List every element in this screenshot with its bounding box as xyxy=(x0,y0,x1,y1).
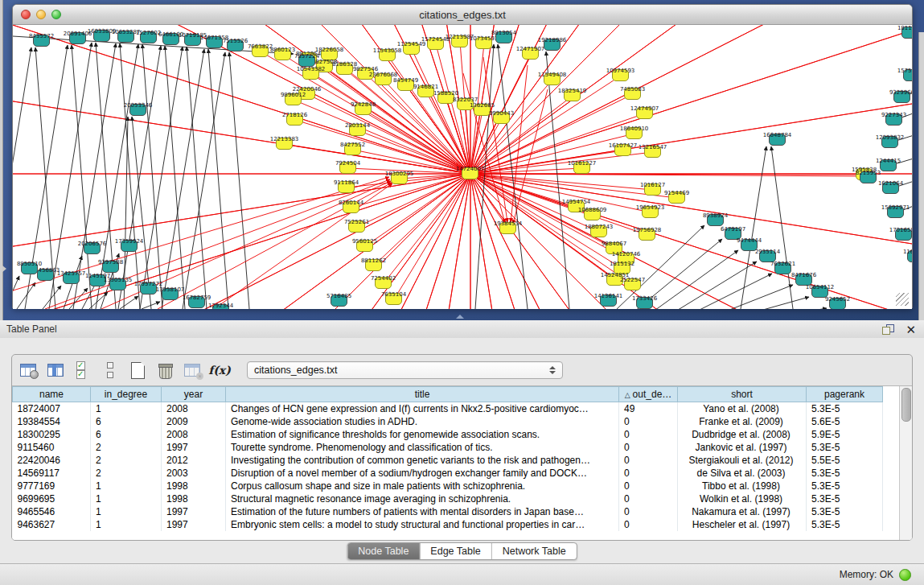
graph-node[interactable]: 1811304 xyxy=(901,27,912,39)
table-cell[interactable]: 0 xyxy=(619,467,678,480)
graph-node[interactable]: 2522547 xyxy=(624,278,641,290)
table-cell[interactable]: 2009 xyxy=(162,415,226,428)
graph-node[interactable]: 17016504 xyxy=(895,229,912,241)
graph-node[interactable]: 8811262 xyxy=(365,259,382,271)
split-pane-handle[interactable] xyxy=(456,315,464,319)
table-cell[interactable]: 1 xyxy=(91,518,162,531)
network-window-titlebar[interactable]: citations_edges.txt xyxy=(13,5,912,25)
graph-node[interactable]: 8260144 xyxy=(343,201,359,213)
table-cell[interactable]: Franke et al. (2009) xyxy=(678,415,807,428)
graph-node[interactable]: 10719185 xyxy=(184,34,201,46)
table-cell[interactable]: Tibbo et al. (1998) xyxy=(678,480,807,492)
table-cell[interactable]: 5.3E-5 xyxy=(807,467,883,480)
graph-node[interactable]: 9329966 xyxy=(893,91,910,103)
table-cell[interactable]: 1 xyxy=(91,480,162,492)
graph-node[interactable]: 7525261 xyxy=(348,220,365,233)
graph-node[interactable]: 18640910 xyxy=(626,127,643,139)
table-cell[interactable]: 5.5E-5 xyxy=(807,454,883,467)
table-cell[interactable]: Embryonic stem cells: a model to study s… xyxy=(226,518,619,531)
table-cell[interactable]: Genome-wide association studies in ADHD. xyxy=(226,415,619,428)
graph-node[interactable]: 9111864 xyxy=(338,181,355,193)
graph-node[interactable]: 9154469 xyxy=(668,192,685,204)
table-cell[interactable]: 2012 xyxy=(162,454,226,467)
graph-node[interactable]: 23676068 xyxy=(375,73,392,85)
column-header-name[interactable]: name xyxy=(13,387,91,402)
table-cell[interactable]: 0 xyxy=(619,492,678,505)
graph-node[interactable]: 16107427 xyxy=(614,144,631,156)
graph-node[interactable]: 1362685 xyxy=(474,104,491,116)
column-header-in-degree[interactable]: in_degree xyxy=(91,387,162,402)
network-window[interactable]: citations_edges.txt 14724007183002951938… xyxy=(12,4,913,308)
graph-node[interactable]: 10653287 xyxy=(117,31,134,43)
table-cell[interactable]: 5.9E-5 xyxy=(807,428,883,441)
graph-node[interactable]: 9397588 xyxy=(102,261,119,273)
table-cell[interactable]: 14569117 xyxy=(13,467,91,480)
table-cell[interactable]: 5.3E-5 xyxy=(807,402,883,416)
table-cell[interactable]: 9699695 xyxy=(13,492,91,505)
graph-node[interactable]: 1527602 xyxy=(140,31,157,43)
graph-node[interactable]: 12474907 xyxy=(636,107,653,119)
graph-node[interactable]: 12213987 xyxy=(451,35,468,47)
table-cell[interactable]: 2003 xyxy=(162,467,226,480)
column-header-out-degree[interactable]: △out_de… xyxy=(619,387,678,402)
table-cell[interactable]: 1998 xyxy=(162,492,226,505)
table-cell[interactable]: 6 xyxy=(91,428,162,441)
table-cell[interactable]: 2 xyxy=(91,454,162,467)
table-cell[interactable]: 1997 xyxy=(162,505,226,518)
table-cell[interactable]: 2 xyxy=(91,467,162,480)
table-cell[interactable]: Corpus callosum shape and size in male p… xyxy=(226,480,619,492)
graph-node[interactable]: 11456863 xyxy=(37,269,54,281)
graph-node[interactable]: 8850510 xyxy=(21,262,38,274)
graph-node[interactable]: 15724548 xyxy=(427,38,444,50)
table-cell[interactable]: 1998 xyxy=(162,480,226,492)
graph-node[interactable]: 9560125 xyxy=(356,240,373,252)
table-cell[interactable]: Wolkin et al. (1998) xyxy=(678,492,807,505)
graph-node[interactable]: 9242848 xyxy=(355,103,372,115)
table-cell[interactable]: 9777169 xyxy=(13,480,91,492)
graph-node[interactable]: 18300295 xyxy=(391,172,408,184)
table-cell[interactable]: 22420046 xyxy=(13,454,91,467)
graph-node[interactable]: 18807243 xyxy=(590,225,607,237)
graph-node[interactable]: 7485083 xyxy=(624,88,641,100)
table-row[interactable]: 946554611997Estimation of the future num… xyxy=(13,505,883,518)
column-header-short[interactable]: short xyxy=(678,387,807,402)
graph-node[interactable]: 11254549 xyxy=(403,43,420,55)
graph-node[interactable]: 1244415 xyxy=(880,159,897,171)
graph-node[interactable]: 8215953 xyxy=(860,171,877,183)
table-row[interactable]: 1872400712008Changes of HCN gene express… xyxy=(13,402,883,416)
table-cell[interactable]: 0 xyxy=(619,415,678,428)
graph-node[interactable]: 10688609 xyxy=(584,208,601,220)
table-cell[interactable]: 2008 xyxy=(162,402,226,416)
table-cell[interactable]: 5.3E-5 xyxy=(807,505,883,518)
table-settings-button[interactable] xyxy=(17,359,39,381)
graph-node[interactable]: 19756928 xyxy=(639,229,655,241)
show-columns-button[interactable] xyxy=(44,359,67,381)
graph-node[interactable]: 9896012 xyxy=(285,93,302,105)
graph-node[interactable]: 9227343 xyxy=(885,113,902,126)
new-column-button[interactable] xyxy=(126,359,149,381)
graph-node[interactable]: 8860123 xyxy=(274,48,291,60)
graph-node[interactable]: 14724007 xyxy=(462,167,478,179)
table-cell[interactable]: 0 xyxy=(619,428,678,441)
float-panel-icon[interactable] xyxy=(882,324,894,335)
table-cell[interactable]: 5.3E-5 xyxy=(807,441,883,454)
table-row[interactable]: 1830029562008Estimation of significance … xyxy=(13,428,883,441)
table-cell[interactable]: Dudbridge et al. (2008) xyxy=(678,428,807,441)
table-cell[interactable]: Hescheler et al. (1997) xyxy=(678,518,807,531)
table-cell[interactable]: Investigating the contribution of common… xyxy=(226,454,619,467)
graph-node[interactable]: 14136141 xyxy=(600,295,617,307)
graph-node[interactable]: 9245652 xyxy=(829,298,846,309)
graph-node[interactable]: 14671358 xyxy=(206,36,223,48)
table-cell[interactable]: 18724007 xyxy=(13,402,91,416)
table-row[interactable]: 911546021997Tourette syndrome. Phenomeno… xyxy=(13,441,883,454)
table-cell[interactable]: de Silva et al. (2003) xyxy=(678,467,807,480)
table-cell[interactable]: 0 xyxy=(619,441,678,454)
graph-node[interactable]: 1621064 xyxy=(882,182,899,194)
table-row[interactable]: 969969511998Structural magnetic resonanc… xyxy=(13,492,883,505)
graph-node[interactable]: 13958107 xyxy=(162,288,179,300)
graph-node[interactable]: 16033809 xyxy=(93,30,110,42)
graph-node[interactable]: 15692971 xyxy=(887,206,904,218)
graph-node[interactable]: 20053346 xyxy=(129,104,146,116)
table-cell[interactable]: 5.6E-5 xyxy=(807,415,883,428)
table-cell[interactable]: 5.3E-5 xyxy=(807,492,883,505)
